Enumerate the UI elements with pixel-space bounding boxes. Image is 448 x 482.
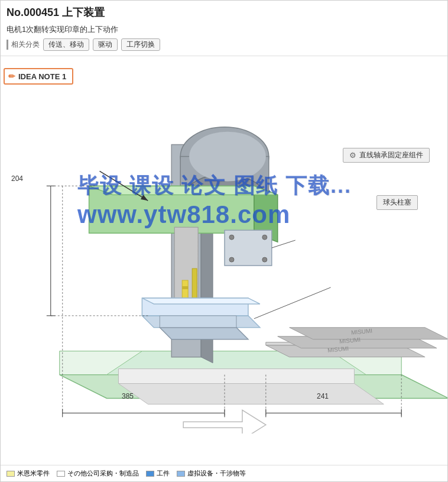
tag-process[interactable]: 工序切换 xyxy=(121,38,160,51)
legend-virtual: 虚拟设备・干涉物等 xyxy=(177,469,246,478)
cad-diagram: MISUMI MISUMI MISUMI xyxy=(1,56,447,434)
svg-point-28 xyxy=(262,257,267,262)
gear-icon: ⚙ xyxy=(349,151,356,160)
svg-marker-4 xyxy=(118,369,354,384)
svg-marker-36 xyxy=(142,298,259,304)
svg-point-25 xyxy=(229,235,234,240)
legend-label-other: その他公司采购・制造品 xyxy=(67,469,139,478)
legend-color-other xyxy=(57,471,65,477)
legend-color-tool xyxy=(146,471,154,477)
svg-line-58 xyxy=(254,287,331,319)
legend-label-tool: 工件 xyxy=(157,469,170,478)
legend-color-misumi xyxy=(7,471,15,477)
footer-legend: 米恩米零件 その他公司采购・制造品 工件 虚拟设备・干涉物等 xyxy=(1,465,447,481)
description: 电机1次翻转实现印章的上下动作 xyxy=(7,24,441,35)
svg-point-26 xyxy=(262,235,267,240)
legend-other: その他公司采购・制造品 xyxy=(57,469,139,478)
legend-tool: 工件 xyxy=(146,469,170,478)
svg-marker-20 xyxy=(89,186,278,195)
svg-rect-30 xyxy=(182,286,188,289)
callout-ball-plunger: 球头柱塞 xyxy=(376,195,418,210)
callout2-text: 球头柱塞 xyxy=(383,198,411,208)
tag-transport[interactable]: 传送、移动 xyxy=(43,38,89,51)
page: No.000451 上下装置 电机1次翻转实现印章的上下动作 相关分类 传送、移… xyxy=(0,0,448,482)
idea-note-label: IDEA NOTE 1 xyxy=(18,72,66,81)
callout1-text: 直线轴承固定座组件 xyxy=(359,150,423,160)
svg-marker-38 xyxy=(160,316,236,328)
page-title: No.000451 上下装置 xyxy=(7,5,441,20)
category-row: 相关分类 传送、移动 驱动 工序切换 xyxy=(7,38,441,51)
dim-385: 385 xyxy=(122,392,134,400)
svg-marker-37 xyxy=(160,328,248,339)
svg-point-17 xyxy=(189,132,266,182)
legend-color-virtual xyxy=(177,471,185,477)
header: No.000451 上下装置 电机1次翻转实现印章的上下动作 相关分类 传送、移… xyxy=(1,1,447,56)
main-diagram-area: MISUMI MISUMI MISUMI xyxy=(1,56,447,465)
dim-204: 204 xyxy=(11,174,23,183)
svg-point-27 xyxy=(229,257,234,262)
legend-label-virtual: 虚拟设备・干涉物等 xyxy=(187,469,246,478)
legend-label-misumi: 米恩米零件 xyxy=(17,469,50,478)
legend-misumi: 米恩米零件 xyxy=(7,469,50,478)
dim-241: 241 xyxy=(317,392,329,400)
idea-note-badge[interactable]: ✏ IDEA NOTE 1 xyxy=(4,68,73,85)
callout-bearing: ⚙ 直线轴承固定座组件 xyxy=(343,148,430,163)
svg-marker-3 xyxy=(118,384,384,405)
pencil-icon: ✏ xyxy=(8,72,15,81)
category-label: 相关分类 xyxy=(7,40,40,50)
tag-drive[interactable]: 驱动 xyxy=(93,38,118,51)
